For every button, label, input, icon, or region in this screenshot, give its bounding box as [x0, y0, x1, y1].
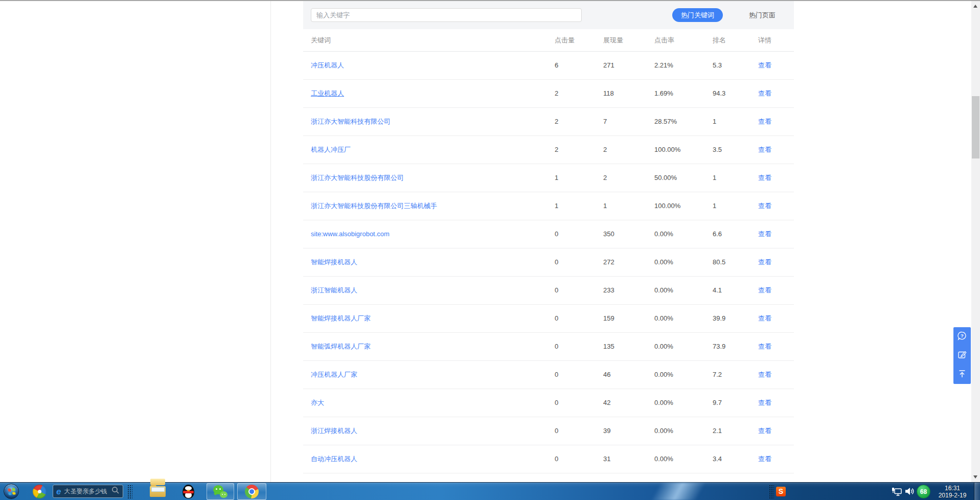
ctr-value: 100.00% — [654, 136, 680, 164]
qq-taskbar-button[interactable] — [183, 485, 194, 498]
table-row: 浙江亦大智能科技股份有限公司 1 2 50.00% 1 查看 — [303, 164, 794, 192]
help-icon: ? — [957, 331, 967, 343]
hot-keywords-tab-button[interactable]: 热门关键词 — [672, 8, 723, 22]
taskbar-separator — [127, 484, 132, 499]
clicks-value: 2 — [555, 80, 558, 107]
page-scrollbar[interactable] — [971, 1, 980, 482]
desktop: { "toolbar": { "search_placeholder": "输入… — [0, 0, 980, 500]
clicks-value: 2 — [555, 108, 558, 135]
ctr-value: 0.00% — [654, 333, 673, 360]
view-detail-link[interactable]: 查看 — [758, 136, 771, 164]
taskbar-search-box[interactable]: e 大圣娶亲多少钱 — [53, 485, 123, 498]
view-detail-link[interactable]: 查看 — [758, 389, 771, 417]
table-row: 冲压机器人 6 271 2.21% 5.3 查看 — [303, 52, 794, 80]
table-row: 浙江智能机器人 0 233 0.00% 4.1 查看 — [303, 277, 794, 305]
clicks-value: 0 — [555, 389, 558, 417]
impressions-value: 1 — [603, 192, 607, 220]
feedback-button[interactable] — [953, 346, 971, 365]
start-button[interactable] — [4, 484, 19, 499]
scroll-up-icon[interactable] — [973, 5, 977, 8]
explorer-taskbar-button[interactable] — [150, 485, 166, 498]
rank-value: 39.9 — [713, 305, 725, 332]
hot-pages-tab[interactable]: 热门页面 — [749, 1, 776, 29]
keyword-link[interactable]: 工业机器人 — [311, 80, 344, 107]
chrome-taskbar-button[interactable] — [237, 483, 266, 500]
table-row: 浙江焊接机器人 0 39 0.00% 2.1 查看 — [303, 417, 794, 445]
search-icon — [111, 486, 120, 496]
keyword-link[interactable]: 机器人冲压厂 — [311, 136, 351, 164]
volume-tray-icon[interactable] — [904, 487, 915, 498]
rank-value: 2.1 — [713, 417, 722, 445]
back-to-top-button[interactable] — [953, 365, 971, 384]
impressions-value: 118 — [603, 80, 614, 107]
rank-value: 73.9 — [713, 333, 725, 360]
keyword-link[interactable]: 智能焊接机器人 — [311, 248, 357, 276]
ctr-value: 100.00% — [654, 192, 680, 220]
safety-ball-icon[interactable]: 68 — [917, 485, 930, 498]
view-detail-link[interactable]: 查看 — [758, 361, 771, 389]
keyword-link[interactable]: 浙江亦大智能科技有限公司 — [311, 108, 391, 135]
clicks-value: 0 — [555, 248, 558, 276]
header-ctr: 点击率 — [654, 29, 674, 51]
view-detail-link[interactable]: 查看 — [758, 333, 771, 360]
keyword-link[interactable]: 浙江焊接机器人 — [311, 417, 357, 445]
keyword-link[interactable]: site:www.alsobigrobot.com — [311, 220, 390, 248]
view-detail-link[interactable]: 查看 — [758, 52, 771, 79]
view-detail-link[interactable]: 查看 — [758, 220, 771, 248]
clicks-value: 0 — [555, 333, 558, 360]
keyword-link[interactable]: 自动冲压机器人 — [311, 445, 357, 473]
clicks-value: 0 — [555, 305, 558, 332]
wechat-taskbar-button[interactable] — [207, 483, 234, 500]
ctr-value: 1.69% — [654, 80, 673, 107]
impressions-value: 46 — [603, 361, 610, 389]
scroll-down-icon[interactable] — [973, 475, 977, 479]
rank-value: 6.6 — [713, 220, 722, 248]
keyword-link[interactable]: 浙江亦大智能科技股份有限公司 — [311, 164, 404, 192]
keyword-link[interactable]: 智能焊接机器人厂家 — [311, 305, 371, 332]
show-desktop-button[interactable] — [974, 483, 980, 500]
tray-separator — [768, 484, 774, 499]
view-detail-link[interactable]: 查看 — [758, 277, 771, 304]
ctr-value: 0.00% — [654, 248, 673, 276]
impressions-value: 2 — [603, 164, 607, 192]
table-row: 智能焊接机器人 0 272 0.00% 80.5 查看 — [303, 248, 794, 277]
scrollbar-thumb[interactable] — [972, 96, 979, 158]
keyword-link[interactable]: 智能弧焊机器人厂家 — [311, 333, 371, 360]
feedback-icon — [957, 350, 967, 362]
clicks-value: 2 — [555, 136, 558, 164]
view-detail-link[interactable]: 查看 — [758, 108, 771, 135]
keyword-link[interactable]: 浙江亦大智能科技股份有限公司三轴机械手 — [311, 192, 437, 220]
impressions-value: 350 — [603, 220, 614, 248]
impressions-value: 272 — [603, 248, 614, 276]
keyword-link[interactable]: 冲压机器人厂家 — [311, 361, 357, 389]
view-detail-link[interactable]: 查看 — [758, 417, 771, 445]
windows-taskbar: e 大圣娶亲多少钱 S — [0, 482, 980, 500]
rank-value: 80.5 — [713, 248, 725, 276]
view-detail-link[interactable]: 查看 — [758, 248, 771, 276]
table-row: 自动冲压机器人 0 31 0.00% 3.4 查看 — [303, 445, 794, 473]
keyword-search-input[interactable] — [311, 8, 582, 22]
ctr-value: 2.21% — [654, 52, 673, 79]
view-detail-link[interactable]: 查看 — [758, 164, 771, 192]
rank-value: 94.3 — [713, 80, 725, 107]
rank-value: 9.7 — [713, 389, 722, 417]
keyword-link[interactable]: 亦大 — [311, 389, 324, 417]
ctr-value: 0.00% — [654, 417, 673, 445]
keyword-link[interactable]: 冲压机器人 — [311, 52, 344, 79]
table-row: 浙江亦大智能科技股份有限公司三轴机械手 1 1 100.00% 1 查看 — [303, 192, 794, 220]
sogou-tray-icon[interactable]: S — [776, 487, 786, 496]
view-detail-link[interactable]: 查看 — [758, 192, 771, 220]
ie-icon: e — [56, 487, 61, 496]
pinwheel-app-icon[interactable] — [33, 485, 47, 498]
view-detail-link[interactable]: 查看 — [758, 445, 771, 473]
view-detail-link[interactable]: 查看 — [758, 305, 771, 332]
taskbar-clock[interactable]: 16:31 2019-2-19 — [935, 485, 970, 499]
back-to-top-icon — [957, 369, 967, 381]
ctr-value: 0.00% — [654, 445, 673, 473]
help-button[interactable]: ? — [953, 327, 971, 346]
network-tray-icon[interactable] — [892, 487, 902, 498]
view-detail-link[interactable]: 查看 — [758, 80, 771, 107]
header-rank: 排名 — [713, 29, 726, 51]
impressions-value: 42 — [603, 389, 610, 417]
keyword-link[interactable]: 浙江智能机器人 — [311, 277, 357, 304]
